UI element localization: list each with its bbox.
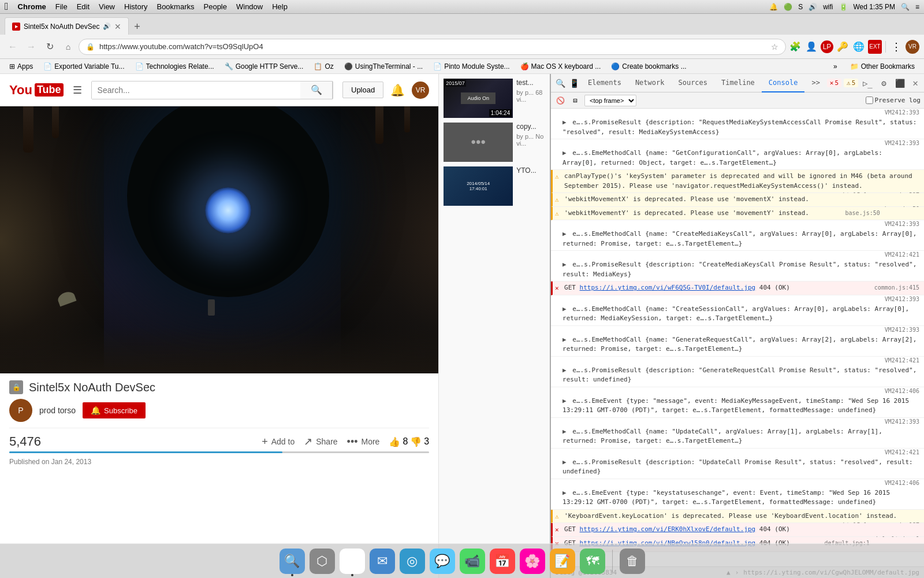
dock-calendar[interactable]: 📅 bbox=[490, 549, 515, 574]
yt-search-input[interactable] bbox=[92, 81, 300, 99]
dock-launchpad[interactable]: ⬡ bbox=[310, 549, 335, 574]
line-num-5[interactable]: base.js:50 bbox=[845, 209, 880, 217]
lastpass-icon[interactable]: LP bbox=[821, 40, 833, 53]
proxyicon[interactable]: 🌐 bbox=[852, 40, 866, 54]
profile-button[interactable]: VR bbox=[906, 40, 919, 54]
forward-button[interactable]: → bbox=[23, 39, 39, 55]
search-icon[interactable]: 🔍 bbox=[901, 3, 910, 11]
notification-bell-icon[interactable]: 🔔 bbox=[390, 83, 405, 97]
tab-network[interactable]: Network bbox=[628, 74, 672, 92]
expand-icon-12[interactable]: ▶ bbox=[562, 397, 567, 405]
dock-safari[interactable]: ◎ bbox=[400, 549, 425, 574]
window-menu[interactable]: Window bbox=[236, 2, 263, 11]
tab-sources[interactable]: Sources bbox=[671, 74, 714, 92]
upload-button[interactable]: Upload bbox=[342, 81, 383, 98]
tab-close-button[interactable]: ✕ bbox=[114, 22, 121, 31]
dock-chrome[interactable]: ◉ bbox=[340, 549, 365, 574]
bookmarks-overflow[interactable]: » bbox=[829, 61, 842, 72]
tab-elements[interactable]: Elements bbox=[581, 74, 628, 92]
active-tab[interactable]: ▶ Sintel5x NoAuth DevSec 🔊 ✕ bbox=[5, 17, 129, 35]
chrome-icon2[interactable]: 👤 bbox=[804, 40, 818, 54]
ext-icon-5[interactable]: EXT bbox=[868, 40, 882, 54]
tab-console[interactable]: Console bbox=[762, 74, 805, 92]
expand-icon-1[interactable]: ▶ bbox=[562, 118, 567, 126]
dock-messages[interactable]: 💬 bbox=[430, 549, 455, 574]
hamburger-menu-icon[interactable]: ☰ bbox=[73, 84, 82, 97]
error-badge[interactable]: ✕ 5 bbox=[827, 79, 841, 87]
apple-menu[interactable]:  bbox=[5, 1, 9, 13]
norton-icon[interactable]: 🟢 bbox=[784, 3, 792, 11]
other-bookmarks[interactable]: 📁 Other Bookmarks bbox=[845, 61, 919, 72]
expand-icon-2[interactable]: ▶ bbox=[562, 149, 567, 157]
devtools-settings-icon[interactable]: ⚙ bbox=[877, 76, 891, 90]
1password-icon[interactable]: 🔑 bbox=[836, 40, 850, 54]
view-menu[interactable]: View bbox=[99, 2, 115, 11]
thumbs-down-icon[interactable]: 👎 bbox=[410, 436, 422, 447]
channel-name[interactable]: prod torso bbox=[39, 406, 76, 415]
notification-icon[interactable]: 🔔 bbox=[769, 3, 778, 11]
console-filter-icon[interactable]: ▷_ bbox=[860, 76, 874, 90]
expand-icon-10[interactable]: ▶ bbox=[562, 336, 567, 343]
error-link-17[interactable]: https://i.ytimg.com/vi/ERK0hXlxovE/defau… bbox=[580, 525, 756, 533]
bookmark-2[interactable]: 📄 Technologies Relate... bbox=[131, 61, 219, 72]
home-button[interactable]: ⌂ bbox=[60, 39, 76, 55]
dock-facetime[interactable]: 📹 bbox=[460, 549, 485, 574]
expand-icon-9[interactable]: ▶ bbox=[562, 305, 567, 313]
tab-audio-icon[interactable]: 🔊 bbox=[103, 23, 111, 30]
dock-trash[interactable]: 🗑 bbox=[620, 549, 645, 574]
volume-icon[interactable]: 🔊 bbox=[808, 3, 817, 11]
tab-timeline[interactable]: Timeline bbox=[714, 74, 762, 92]
user-avatar[interactable]: VR bbox=[412, 81, 429, 99]
new-tab-button[interactable]: + bbox=[129, 18, 145, 35]
chrome-menu[interactable]: Chrome bbox=[18, 2, 46, 11]
expand-icon-14[interactable]: ▶ bbox=[562, 458, 567, 466]
dock-photos[interactable]: 🌸 bbox=[520, 549, 545, 574]
yt-search-button[interactable]: 🔍 bbox=[300, 81, 333, 99]
subscribe-button[interactable]: 🔔 Subscribe bbox=[83, 402, 146, 418]
expand-icon-11[interactable]: ▶ bbox=[562, 366, 567, 374]
edit-menu[interactable]: Edit bbox=[77, 2, 90, 11]
bookmark-8[interactable]: 🔵 Create bookmarks ... bbox=[606, 61, 691, 72]
more-button[interactable]: ••• More bbox=[347, 436, 380, 448]
devtools-mobile-icon[interactable]: 📱 bbox=[567, 76, 581, 90]
bookmark-1[interactable]: 📄 Exported Variable Tu... bbox=[39, 61, 129, 72]
frame-selector[interactable]: <top frame> bbox=[584, 95, 636, 106]
dock-notes[interactable]: 📝 bbox=[550, 549, 575, 574]
dock-maps[interactable]: 🗺 bbox=[580, 549, 605, 574]
bookmark-3[interactable]: 🔧 Google HTTP Serve... bbox=[220, 61, 308, 72]
bookmark-star-icon[interactable]: ☆ bbox=[771, 42, 778, 51]
back-button[interactable]: ← bbox=[5, 39, 21, 55]
share-button[interactable]: ↗ Share bbox=[304, 435, 337, 448]
devtools-inspect-icon[interactable]: 🔍 bbox=[553, 76, 567, 90]
apps-bookmark[interactable]: ⊞ Apps bbox=[5, 61, 38, 72]
error-link-8[interactable]: https://i.ytimg.com/vi/wF6Q5G-TV0I/defau… bbox=[580, 284, 756, 291]
devtools-dock-icon[interactable]: ⬛ bbox=[893, 76, 907, 90]
bookmarks-menu[interactable]: Bookmarks bbox=[157, 2, 194, 11]
thumbs-up-icon[interactable]: 👍 bbox=[389, 436, 400, 447]
expand-icon-15[interactable]: ▶ bbox=[562, 489, 567, 497]
extensions-icon[interactable]: 🧩 bbox=[788, 40, 802, 54]
rec-item-3[interactable]: 2014/05/1417:40:01 YTO... bbox=[444, 166, 545, 206]
rec-item-2[interactable]: ••• copy... by p... No vi... bbox=[444, 123, 545, 162]
dock-mail[interactable]: ✉ bbox=[370, 549, 395, 574]
line-num-8[interactable]: common.js:415 bbox=[874, 283, 919, 292]
settings-icon[interactable]: ⋮ bbox=[889, 40, 903, 54]
url-input[interactable]: 🔒 https://www.youtube.com/watch?v=tsO9Sq… bbox=[79, 39, 786, 55]
devtools-close-button[interactable]: ✕ bbox=[909, 77, 922, 88]
youtube-logo[interactable]: YouTube bbox=[9, 83, 64, 98]
bookmark-4[interactable]: 📋 Oz bbox=[309, 61, 338, 72]
people-menu[interactable]: People bbox=[204, 2, 227, 11]
reload-button[interactable]: ↻ bbox=[42, 39, 58, 55]
expand-icon-6[interactable]: ▶ bbox=[562, 230, 567, 238]
battery-icon[interactable]: 🔋 bbox=[839, 3, 848, 11]
expand-icon-7[interactable]: ▶ bbox=[562, 261, 567, 268]
help-menu[interactable]: Help bbox=[272, 2, 288, 11]
bookmark-6[interactable]: 📄 Pinto Module Syste... bbox=[429, 61, 514, 72]
warn-badge[interactable]: ⚠ 5 bbox=[844, 79, 858, 87]
bookmark-5[interactable]: ⚫ UsingTheTerminal - ... bbox=[340, 61, 427, 72]
rec-item-1[interactable]: Audio On 2015/07 1:04:24 test... by p...… bbox=[444, 79, 545, 118]
console-filter-icon[interactable]: ⊟ bbox=[569, 95, 581, 106]
shazam-icon[interactable]: S bbox=[798, 3, 803, 11]
channel-thumbnail[interactable]: P bbox=[9, 399, 32, 422]
console-clear-icon[interactable]: 🚫 bbox=[554, 95, 566, 106]
